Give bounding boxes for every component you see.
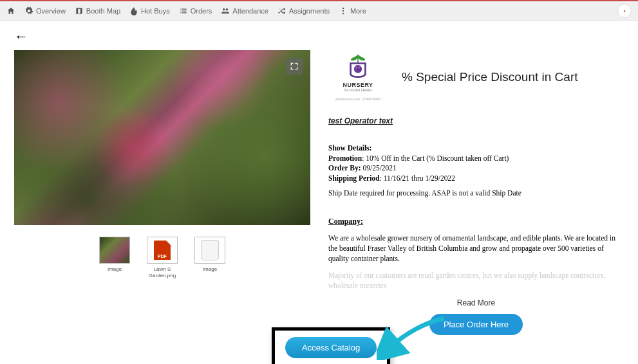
thumb-image-2[interactable]: Image: [193, 237, 227, 278]
pdf-icon: [154, 241, 171, 260]
nav-label: Assignments: [289, 7, 330, 15]
gear-icon: [24, 6, 33, 15]
thumb-label: Image: [193, 266, 227, 273]
expand-button[interactable]: [286, 58, 303, 75]
nav-booth-map[interactable]: Booth Map: [75, 6, 120, 15]
thumb-label: Lawn S Garden.png: [145, 266, 179, 278]
right-column: NURSERY SLOGAN HERE shutterstock.com · 1…: [328, 50, 624, 335]
svg-point-4: [355, 68, 357, 69]
nav-attendance[interactable]: Attendance: [221, 6, 268, 15]
orderby-label: Order By:: [328, 164, 361, 172]
nav-label: Orders: [191, 7, 212, 15]
back-arrow[interactable]: ←: [14, 28, 28, 45]
shipping-value: : 11/16/21 thru 1/29/2022: [380, 174, 455, 182]
brand-row: NURSERY SLOGAN HERE shutterstock.com · 1…: [328, 53, 624, 101]
shuffle-icon: [277, 6, 286, 15]
brand-logo: NURSERY SLOGAN HERE shutterstock.com · 1…: [328, 53, 388, 101]
nav-more[interactable]: More: [339, 6, 366, 15]
thumb-image-1[interactable]: Image: [98, 237, 131, 278]
brand-slogan: SLOGAN HERE: [328, 88, 388, 92]
details-header: Show Details:: [328, 144, 371, 152]
expand-icon: [289, 61, 299, 71]
promotion-label: Promotion: [328, 154, 362, 162]
show-details: Show Details: Promotion: 10% Off in the …: [328, 143, 624, 199]
access-catalog-button[interactable]: Access Catalog: [285, 337, 377, 358]
thumb-preview: [194, 237, 225, 264]
thumbnails: Image Lawn S Garden.png Image: [14, 237, 310, 278]
company-header: Company:: [328, 217, 624, 226]
nav-orders[interactable]: Orders: [179, 6, 212, 15]
ship-note: Ship Date required for processing. ASAP …: [328, 188, 624, 199]
nav-label: Attendance: [232, 7, 268, 15]
place-order-button[interactable]: Place Order Here: [429, 314, 523, 335]
shipping-label: Shipping Period: [328, 174, 380, 182]
main-image: [14, 50, 310, 225]
nav-label: Booth Map: [86, 7, 120, 15]
headline: % Special Price Discount in Cart: [402, 70, 578, 84]
top-nav: Overview Booth Map Hot Buys Orders Atten…: [0, 0, 638, 21]
nursery-logo-icon: [344, 53, 372, 78]
content: ← Image Lawn S Garden.png Image: [0, 21, 638, 343]
nav-label: More: [350, 7, 366, 15]
promotion-value: : 10% Off in the Cart (% Discount taken …: [362, 154, 509, 162]
svg-point-3: [354, 65, 362, 73]
main-row: Image Lawn S Garden.png Image: [14, 50, 624, 335]
svg-point-2: [342, 12, 344, 14]
nav-overview[interactable]: Overview: [24, 6, 66, 15]
people-icon: [221, 6, 230, 15]
read-more[interactable]: Read More: [328, 298, 624, 307]
svg-point-1: [342, 10, 344, 11]
company-p1: We are a wholesale grower nursery of orn…: [328, 233, 624, 264]
home-icon[interactable]: [6, 6, 15, 15]
left-column: Image Lawn S Garden.png Image: [14, 50, 310, 278]
list-icon: [179, 6, 188, 15]
svg-point-0: [342, 7, 344, 8]
brand-attribution: shutterstock.com · 1744704095: [328, 97, 388, 101]
avatar[interactable]: ●: [617, 4, 632, 18]
map-icon: [75, 6, 84, 15]
catalog-highlight: Access Catalog: [272, 327, 390, 364]
company-p2: Majority of our customers are retail gar…: [328, 270, 624, 291]
dots-icon: [339, 6, 348, 15]
nav-assignments[interactable]: Assignments: [277, 6, 330, 15]
nav-label: Hot Buys: [141, 7, 170, 15]
orderby-value: 09/25/2021: [361, 164, 397, 172]
thumb-label: Image: [98, 266, 131, 273]
nav-hot-buys[interactable]: Hot Buys: [129, 6, 170, 15]
thumb-preview: [99, 237, 130, 264]
brand-title: NURSERY: [328, 82, 388, 88]
operator-text: test Operator text: [328, 116, 624, 125]
thumb-preview: [147, 237, 178, 264]
nav-label: Overview: [36, 7, 66, 15]
thumb-pdf[interactable]: Lawn S Garden.png: [145, 237, 179, 278]
svg-point-5: [359, 67, 360, 68]
fire-icon: [129, 6, 138, 15]
